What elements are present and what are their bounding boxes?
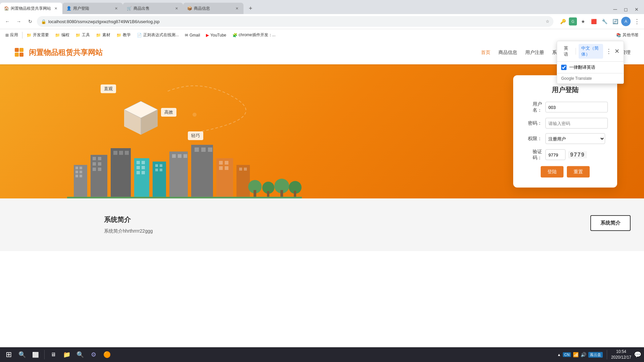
bookmark-material[interactable]: 📁 素材 xyxy=(93,31,113,39)
star-bookmark-icon[interactable]: ★ xyxy=(578,17,588,26)
extension-icon-1[interactable]: 🔑 xyxy=(558,17,568,26)
svg-rect-38 xyxy=(155,169,158,171)
tray-cn-icon[interactable]: CN xyxy=(563,352,571,357)
translate-close-button[interactable]: ✕ xyxy=(614,48,620,55)
system-intro-button[interactable]: 系统简介 xyxy=(590,215,631,231)
restore-button[interactable]: ◻ xyxy=(621,5,631,14)
taskbar-taskview[interactable]: ⬜ xyxy=(30,349,42,361)
file-icon-1: 📄 xyxy=(137,33,142,38)
taskbar-search[interactable]: 🔍 xyxy=(16,349,28,361)
username-input[interactable] xyxy=(545,102,608,113)
svg-rect-49 xyxy=(219,161,223,165)
tab-bar: 🏠 闲置物品租赁共享网站 ✕ 👤 用户登陆 ✕ 🛒 商品出售 ✕ 📦 商品信息 … xyxy=(0,0,644,14)
logo-svg xyxy=(13,47,25,59)
svg-rect-54 xyxy=(239,168,242,171)
bookmark-devneed[interactable]: 📁 开发需要 xyxy=(24,31,52,39)
tray-sound-icon[interactable]: 🔊 xyxy=(581,352,586,357)
tab-2-close[interactable]: ✕ xyxy=(113,6,119,11)
tab-2-label: 用户登陆 xyxy=(73,6,111,11)
translate-always-checkbox[interactable] xyxy=(561,65,567,70)
box-illustration xyxy=(121,98,161,138)
folder-icon-2: 📁 xyxy=(55,33,60,38)
extension-icon-2[interactable]: G xyxy=(569,17,577,25)
start-button[interactable]: ⊞ xyxy=(3,349,15,361)
tab-2[interactable]: 👤 用户登陆 ✕ xyxy=(62,3,123,14)
bookmark-regex[interactable]: 📄 正则表达式在线测... xyxy=(134,31,181,39)
taskbar-app-display[interactable]: 🖥 xyxy=(47,349,59,361)
svg-rect-26 xyxy=(119,151,123,155)
nav-products[interactable]: 商品信息 xyxy=(498,48,517,57)
taskbar-app-gear[interactable]: ⚙ xyxy=(88,349,100,361)
bookmark-youtube[interactable]: ▶ YouTube xyxy=(203,32,229,39)
tab-4-close[interactable]: ✕ xyxy=(234,6,239,11)
bookmark-other[interactable]: 📚 其他书签 xyxy=(613,31,641,39)
bookmark-programming[interactable]: 📁 编程 xyxy=(52,31,72,39)
captcha-input[interactable] xyxy=(545,149,566,160)
extension-icon-5[interactable]: 🔄 xyxy=(610,17,620,26)
login-button[interactable]: 登陆 xyxy=(541,166,564,178)
taskbar-notification[interactable]: 💬 xyxy=(634,351,641,358)
tab-4[interactable]: 📦 商品信息 ✕ xyxy=(183,3,244,14)
tray-message-icon[interactable]: 鳯云盘 xyxy=(588,352,603,358)
translate-more-button[interactable]: ⋮ xyxy=(606,48,612,55)
tray-network-icon[interactable]: 📶 xyxy=(573,352,579,357)
url-bar[interactable]: 🔒 localhost:8080/ssmxzwpzlgxwzhsg8749W1B… xyxy=(37,16,553,27)
password-input[interactable] xyxy=(545,118,608,129)
bookmark-teaching-label: 教学 xyxy=(123,32,131,38)
translate-lang-zh[interactable]: 中文（简体） xyxy=(579,44,603,59)
address-bar: ← → ↻ 🔒 localhost:8080/ssmxzwpzlgxwzhsg8… xyxy=(0,14,644,29)
bookmark-chrome-ext[interactable]: 🧩 chrome插件开发：... xyxy=(230,31,278,39)
forward-button[interactable]: → xyxy=(14,17,23,26)
svg-point-4 xyxy=(193,113,197,117)
extension-icon-3[interactable]: 🟥 xyxy=(589,17,598,26)
nav-register[interactable]: 用户注册 xyxy=(525,48,544,57)
back-button[interactable]: ← xyxy=(3,17,12,26)
reset-button[interactable]: 重置 xyxy=(567,166,590,178)
profile-button[interactable]: A xyxy=(621,17,631,26)
taskbar-app-chrome[interactable]: 🟠 xyxy=(101,349,113,361)
svg-rect-50 xyxy=(225,161,228,165)
close-button[interactable]: ✕ xyxy=(632,5,641,14)
svg-rect-30 xyxy=(142,161,145,164)
login-card: 用户登陆 用户名： 密码： 权限： 注册用户 管理员 xyxy=(513,75,617,188)
bookmark-gmail[interactable]: ✉ Gmail xyxy=(182,32,203,39)
svg-rect-42 xyxy=(178,154,181,158)
star-icon[interactable]: ☆ xyxy=(546,19,549,24)
svg-rect-37 xyxy=(160,164,162,167)
new-tab-button[interactable]: + xyxy=(245,3,256,14)
tray-arrow[interactable]: ▲ xyxy=(557,353,561,357)
svg-rect-44 xyxy=(191,145,213,198)
svg-rect-45 xyxy=(195,147,199,152)
tab-1[interactable]: 🏠 闲置物品租赁共享网站 ✕ xyxy=(0,3,62,14)
system-intro: 系统简介 系统简介hhrthrrrr22ggg xyxy=(104,215,590,234)
role-select[interactable]: 注册用户 管理员 xyxy=(545,133,605,144)
translate-option-always[interactable]: 一律翻译英语 xyxy=(557,62,624,73)
svg-rect-29 xyxy=(137,161,140,164)
taskbar-app-files[interactable]: 📁 xyxy=(61,349,73,361)
taskbar-clock[interactable]: 10:54 2020/12/17 xyxy=(611,349,631,360)
bookmark-programming-label: 编程 xyxy=(61,32,69,38)
nav-home[interactable]: 首页 xyxy=(481,48,490,57)
menu-button[interactable]: ⋮ xyxy=(632,17,641,26)
taskbar-separator-2 xyxy=(607,350,607,359)
svg-rect-21 xyxy=(98,162,101,166)
tab-1-close[interactable]: ✕ xyxy=(53,6,58,11)
tab-3[interactable]: 🛒 商品出售 ✕ xyxy=(123,3,183,14)
bookmark-apps[interactable]: ⊞ 应用 xyxy=(3,31,21,39)
tab-1-favicon: 🏠 xyxy=(4,6,9,11)
tab-3-close[interactable]: ✕ xyxy=(174,6,179,11)
folder-icon-1: 📁 xyxy=(26,33,32,38)
minimize-button[interactable]: ─ xyxy=(610,5,620,14)
bookmark-tools[interactable]: 📁 工具 xyxy=(73,31,93,39)
page-scroll[interactable]: 闲置物品租赁共享网站 首页 商品信息 用户注册 系统概要 ▾ 在线留言 ▾ 后台… xyxy=(0,41,644,347)
translate-popup: 英语 中文（简体） ⋮ ✕ 一律翻译英语 Google Translate xyxy=(557,41,624,84)
translate-lang-en[interactable]: 英语 xyxy=(561,44,573,59)
extension-icon-4[interactable]: 🔧 xyxy=(600,17,609,26)
tab-3-favicon: 🛒 xyxy=(127,6,131,11)
bookmark-material-label: 素材 xyxy=(102,32,110,38)
reload-button[interactable]: ↻ xyxy=(25,17,35,26)
taskbar-app-search[interactable]: 🔍 xyxy=(74,349,86,361)
hero-label-efficient: 高效 xyxy=(161,108,176,117)
bookmark-teaching[interactable]: 📁 教学 xyxy=(114,31,133,39)
bookmark-gmail-label: Gmail xyxy=(190,33,200,38)
